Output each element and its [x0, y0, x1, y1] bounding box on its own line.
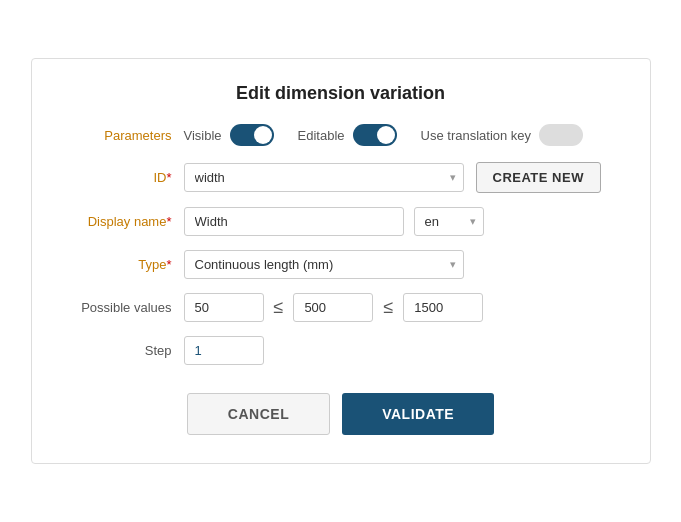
- display-name-input[interactable]: [184, 207, 404, 236]
- id-select-wrapper: width ▾: [184, 163, 464, 192]
- editable-toggle[interactable]: [353, 124, 397, 146]
- default-value-input[interactable]: [293, 293, 373, 322]
- visible-toggle[interactable]: [230, 124, 274, 146]
- step-row: Step: [64, 336, 618, 365]
- parameters-label: Parameters: [64, 128, 184, 143]
- cancel-button[interactable]: CANCEL: [187, 393, 330, 435]
- editable-group: Editable: [298, 124, 397, 146]
- editable-label: Editable: [298, 128, 345, 143]
- display-name-row: Display name* en fr de es ▾: [64, 207, 618, 236]
- lte-icon-1: ≤: [274, 297, 284, 318]
- possible-values-label: Possible values: [64, 300, 184, 315]
- translation-label: Use translation key: [421, 128, 532, 143]
- visible-label: Visible: [184, 128, 222, 143]
- editable-toggle-knob: [377, 126, 395, 144]
- max-value-input[interactable]: [403, 293, 483, 322]
- id-row: ID* width ▾ CREATE NEW: [64, 162, 618, 193]
- lang-select-wrapper: en fr de es ▾: [404, 207, 484, 236]
- display-name-label: Display name*: [64, 214, 184, 229]
- validate-button[interactable]: VALIDATE: [342, 393, 494, 435]
- create-new-button[interactable]: CREATE NEW: [476, 162, 601, 193]
- type-label: Type*: [64, 257, 184, 272]
- id-label: ID*: [64, 170, 184, 185]
- translation-toggle[interactable]: [539, 124, 583, 146]
- type-row: Type* Continuous length (mm) Discrete le…: [64, 250, 618, 279]
- id-select[interactable]: width: [184, 163, 464, 192]
- type-select[interactable]: Continuous length (mm) Discrete length I…: [184, 250, 464, 279]
- edit-dimension-modal: Edit dimension variation Parameters Visi…: [31, 58, 651, 464]
- step-label: Step: [64, 343, 184, 358]
- step-input[interactable]: [184, 336, 264, 365]
- possible-values-row: Possible values ≤ ≤: [64, 293, 618, 322]
- min-value-input[interactable]: [184, 293, 264, 322]
- lte-icon-2: ≤: [383, 297, 393, 318]
- modal-title: Edit dimension variation: [64, 83, 618, 104]
- visible-group: Visible: [184, 124, 274, 146]
- visible-toggle-knob: [254, 126, 272, 144]
- buttons-row: CANCEL VALIDATE: [64, 393, 618, 435]
- type-select-wrapper: Continuous length (mm) Discrete length I…: [184, 250, 464, 279]
- translation-group: Use translation key: [421, 124, 584, 146]
- lang-select[interactable]: en fr de es: [414, 207, 484, 236]
- parameters-row: Parameters Visible Editable Use translat…: [64, 124, 618, 146]
